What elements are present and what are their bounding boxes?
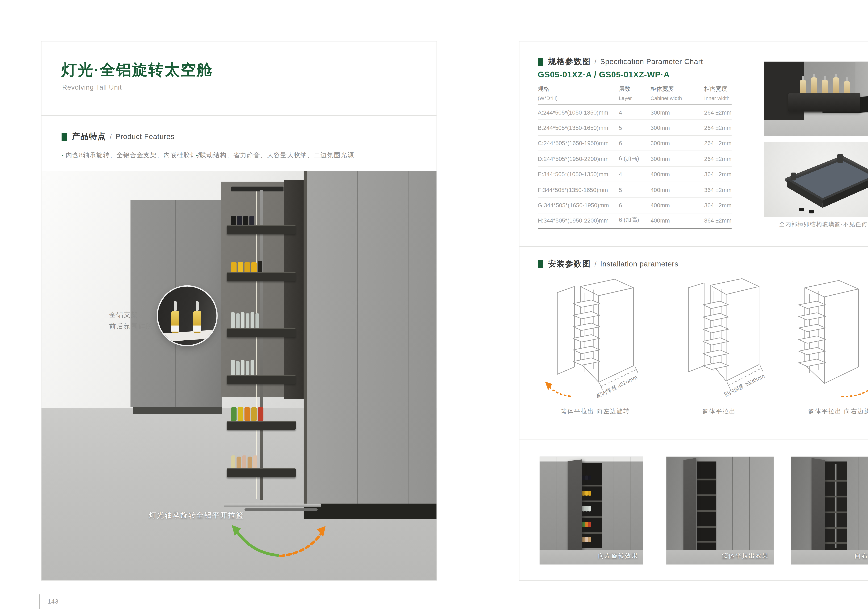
- bottle-neck: [196, 301, 199, 311]
- door-seam: [732, 457, 733, 565]
- bottle: [231, 360, 235, 375]
- center-pole: [260, 190, 263, 500]
- revolving-tall-unit: [226, 187, 298, 519]
- callout-line-1: 全铝支架: [109, 309, 161, 321]
- detail-callout-circle: [158, 287, 217, 345]
- diagram-caption: 篮体平拉出 向左边旋转: [533, 407, 658, 416]
- door-seam: [557, 457, 557, 565]
- bottle: [246, 313, 249, 328]
- heading-separator: /: [110, 132, 112, 141]
- tall-unit-recess: [825, 462, 847, 551]
- install-heading-zh: 安装参数图: [548, 259, 591, 269]
- page-number-rule: [39, 594, 40, 609]
- bottle: [250, 360, 254, 375]
- carton: [231, 407, 237, 421]
- effect-photo-caption: 向右旋转效果: [855, 552, 868, 560]
- feature-bullet-2-text: 联动结构、省力静音、大容量大收纳、二边氛围光源: [200, 151, 354, 158]
- open-door: [812, 458, 825, 555]
- bottles-row-glass: [231, 360, 254, 375]
- bottle: [236, 313, 240, 328]
- spec-heading: 规格参数图 / Specification Parameter Chart: [538, 56, 703, 67]
- effect-photo-rotate-right: 向右旋转效果: [791, 457, 868, 565]
- bottle: [248, 457, 252, 468]
- can: [251, 262, 257, 273]
- install-diagram-rotate-left: 柜内深度 ≥520mm 篮体平拉出 向左边旋转: [533, 274, 658, 416]
- spec-photo-caption: 全内部棒卯结构玻璃篮·不见任何螺丝: [764, 221, 868, 229]
- spec-table: 规格(W*D*H) 层数Layer 柜体宽度Cabinet width 柜内宽度…: [538, 86, 732, 229]
- bottles-row-cartons: [231, 407, 263, 421]
- can: [243, 216, 248, 225]
- sake-bottle: [833, 77, 839, 93]
- bottle-label: [171, 325, 180, 331]
- tray-illustration: [764, 142, 868, 217]
- bottle: [250, 312, 254, 328]
- led-light-strip: [256, 192, 257, 499]
- door-seam: [858, 457, 859, 565]
- basket-tray: [227, 328, 296, 337]
- bottle: [256, 313, 259, 328]
- spec-photo-glass-tray: [764, 142, 868, 217]
- bottom-slide-rail: [244, 509, 317, 511]
- rotation-arrows: [224, 523, 331, 560]
- page-subtitle: Revolving Tall Unit: [62, 83, 122, 91]
- sake-bottle: [811, 77, 817, 93]
- door-seam: [613, 457, 614, 565]
- can: [244, 262, 250, 273]
- page-number-left: 143: [48, 598, 59, 605]
- cabinet-door-seam: [357, 171, 358, 504]
- table-row: D:244*505*(1950-2200)mm6 (加高)300mm264 ±2…: [538, 151, 732, 167]
- effect-photo-pull-out: 篮体平拉出效果: [667, 457, 774, 565]
- right-cabinet-toekick: [304, 504, 437, 519]
- table-row: F:344*505*(1350-1650)mm5400mm364 ±2mm: [538, 182, 732, 198]
- right-cabinet-edge-shadow: [304, 171, 307, 504]
- effect-photo-rotate-left: 向左旋转效果: [540, 457, 643, 565]
- right-cabinet: [304, 171, 437, 504]
- bullet-dot: •: [196, 152, 198, 158]
- can: [231, 216, 236, 225]
- bottle: [246, 361, 249, 375]
- door-seam: [749, 457, 750, 565]
- bottle: [242, 455, 246, 468]
- features-heading-zh: 产品特点: [72, 131, 106, 142]
- basket-tray: [227, 375, 296, 384]
- model-numbers: GS05-01XZ·A / GS05-01XZ-WP·A: [538, 70, 670, 79]
- carton: [258, 407, 264, 421]
- basket-tray: [227, 421, 296, 430]
- bottle: [253, 455, 257, 468]
- bottle: [231, 312, 235, 328]
- feature-bullet-2: •联动结构、省力静音、大容量大收纳、二边氛围光源: [196, 151, 354, 160]
- callout-line-2: 前后氛围硅胶灯: [109, 321, 161, 332]
- basket-tray: [227, 468, 296, 478]
- basket-tray: [227, 272, 296, 281]
- spec-photo-basket-in-cabinet: [764, 62, 868, 136]
- ceiling: [540, 457, 643, 461]
- col-header-layer: 层数Layer: [619, 86, 651, 101]
- cabinet-door-seam: [408, 171, 409, 504]
- catalog-spread: 灯光·全铝旋转太空舱 Revolving Tall Unit 产品特点 / Pr…: [0, 0, 868, 615]
- carton: [238, 407, 244, 421]
- heading-separator: /: [595, 260, 596, 268]
- table-row: B:244*505*(1350-1650)mm5300mm264 ±2mm: [538, 120, 732, 136]
- bottle: [258, 261, 262, 273]
- heading-separator: /: [595, 57, 596, 66]
- col-header-cabinet-width: 柜体宽度Cabinet width: [651, 86, 704, 101]
- bottles-row-glass: [231, 312, 259, 328]
- table-row: E:344*505*(1050-1350)mm4400mm364 ±2mm: [538, 167, 732, 182]
- open-door: [568, 459, 582, 553]
- feature-bullet-1-text: 内含8轴承旋转、全铝合金支架、内嵌硅胶灯条: [66, 151, 204, 158]
- photo-callout-text: 全铝支架 前后氛围硅胶灯: [109, 309, 161, 332]
- tall-unit-recess: [697, 462, 716, 552]
- carton: [251, 407, 257, 421]
- table-row: A:244*505*(1050-1350)mm4300mm264 ±2mm: [538, 105, 732, 120]
- install-heading: 安装参数图 / Installation parameters: [538, 259, 678, 269]
- bottle: [237, 457, 241, 468]
- section-divider: [520, 440, 868, 440]
- door-seam: [630, 457, 631, 565]
- col-header-spec: 规格(W*D*H): [538, 86, 619, 101]
- diagram-caption: 篮体平拉出 向右边旋转: [781, 407, 868, 416]
- bottle-neck: [174, 301, 177, 311]
- section-divider: [520, 246, 868, 247]
- bottle: [241, 360, 244, 375]
- table-row: G:344*505*(1650-1950)mm6400mm364 ±2mm: [538, 198, 732, 213]
- basket-tray: [227, 225, 296, 234]
